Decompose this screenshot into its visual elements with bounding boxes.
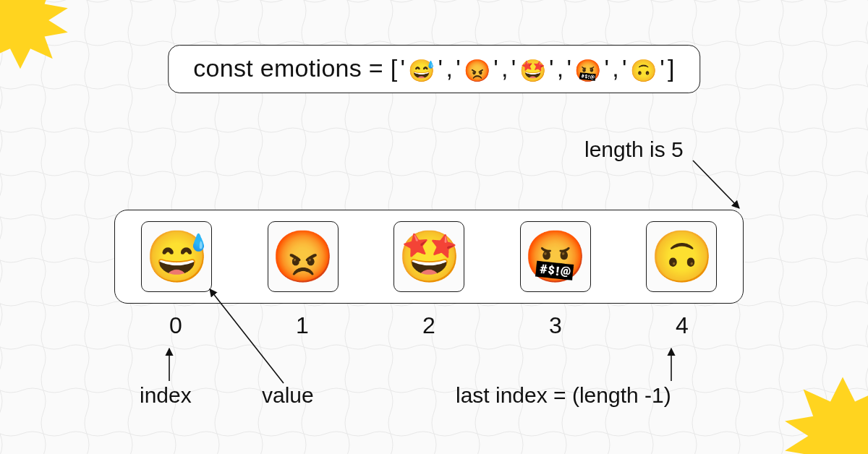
code-prefix: const emotions = [	[193, 54, 397, 82]
code-quote-close-4: '	[660, 54, 665, 82]
code-quote-close-2: '	[549, 54, 554, 82]
code-sep-3: ,	[612, 54, 619, 82]
array-cell-1: 😡	[268, 221, 339, 292]
code-suffix: ]	[668, 54, 675, 82]
array-cell-4: 🙃	[646, 221, 717, 292]
index-row: 0 1 2 3 4	[114, 312, 744, 339]
array-cell-2: 🤩	[393, 221, 464, 292]
index-3: 3	[520, 312, 591, 339]
code-declaration: const emotions = [ '😅' , '😡' , '🤩' , '🤬'…	[168, 45, 700, 93]
label-length: length is 5	[584, 137, 684, 162]
code-quote-open-2: '	[511, 54, 516, 82]
code-quote-close-3: '	[605, 54, 610, 82]
index-0: 0	[140, 312, 211, 339]
code-sep-1: ,	[501, 54, 509, 82]
code-emoji-4: 🙃	[630, 60, 657, 82]
code-emoji-2: 🤩	[519, 60, 546, 82]
code-emoji-1: 😡	[464, 60, 490, 82]
code-quote-close-0: '	[438, 54, 443, 82]
code-emoji-3: 🤬	[574, 60, 601, 82]
code-sep-0: ,	[446, 54, 453, 82]
code-quote-open-4: '	[622, 54, 627, 82]
code-quote-open-1: '	[456, 54, 461, 82]
label-index: index	[140, 383, 192, 408]
index-2: 2	[393, 312, 464, 339]
code-quote-close-1: '	[493, 54, 498, 82]
label-value: value	[262, 383, 314, 408]
array-cell-0: 😅	[141, 221, 212, 292]
arrow-length	[693, 160, 739, 208]
code-quote-open-0: '	[400, 54, 405, 82]
index-4: 4	[647, 312, 718, 339]
array-container: 😅 😡 🤩 🤬 🙃	[114, 210, 744, 304]
code-quote-open-3: '	[566, 54, 571, 82]
array-cell-3: 🤬	[520, 221, 591, 292]
index-1: 1	[267, 312, 338, 339]
code-sep-2: ,	[557, 54, 564, 82]
label-last-index: last index = (length -1)	[456, 383, 671, 408]
code-emoji-0: 😅	[408, 60, 435, 82]
